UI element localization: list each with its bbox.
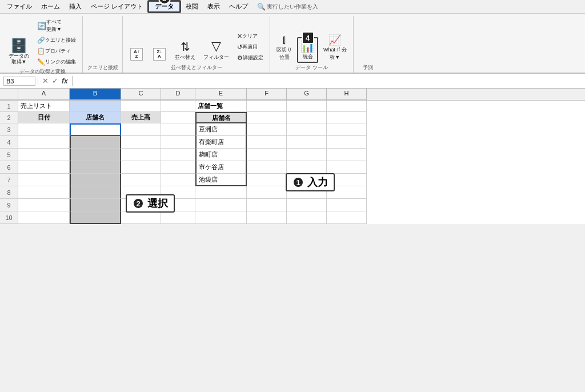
cell-e1[interactable]: 店舗一覧 bbox=[195, 101, 247, 112]
cell-e4[interactable]: 有楽町店 bbox=[195, 136, 247, 149]
cell-d2[interactable] bbox=[161, 112, 195, 123]
col-header-f[interactable]: F bbox=[247, 89, 287, 100]
cell-f4[interactable] bbox=[247, 136, 287, 149]
cell-c6[interactable] bbox=[121, 161, 161, 174]
cell-f7[interactable] bbox=[247, 174, 287, 186]
cell-b1[interactable] bbox=[70, 101, 121, 112]
cell-g9[interactable] bbox=[287, 199, 327, 211]
get-data-btn[interactable]: 🗄️ データの取得▼ bbox=[6, 36, 32, 67]
col-header-b[interactable]: B bbox=[70, 89, 121, 100]
cell-b5[interactable] bbox=[70, 149, 121, 161]
cell-a2[interactable]: 日付 bbox=[18, 112, 70, 123]
cell-f3[interactable] bbox=[247, 123, 287, 136]
cell-h1[interactable] bbox=[327, 101, 367, 112]
cell-d3[interactable] bbox=[161, 123, 195, 136]
cell-c5[interactable] bbox=[121, 149, 161, 161]
cell-f2[interactable] bbox=[247, 112, 287, 123]
cell-c1[interactable] bbox=[121, 101, 161, 112]
cell-c10[interactable] bbox=[121, 211, 161, 224]
whatif-btn[interactable]: 📈 What-If 分析▼ bbox=[320, 32, 350, 63]
col-header-a[interactable]: A bbox=[18, 89, 70, 100]
cancel-formula-icon[interactable]: ✕ bbox=[42, 77, 49, 85]
cell-e10[interactable] bbox=[195, 211, 247, 224]
menu-file[interactable]: ファイル bbox=[2, 1, 37, 12]
cell-f9[interactable] bbox=[247, 199, 287, 211]
cell-h4[interactable] bbox=[327, 136, 367, 149]
formula-input[interactable] bbox=[75, 77, 582, 85]
cell-c4[interactable] bbox=[121, 136, 161, 149]
cell-d1[interactable] bbox=[161, 101, 195, 112]
cell-g4[interactable] bbox=[287, 136, 327, 149]
cell-e8[interactable] bbox=[195, 186, 247, 199]
cell-f1[interactable] bbox=[247, 101, 287, 112]
cell-b3[interactable] bbox=[70, 123, 121, 136]
cell-d7[interactable] bbox=[161, 174, 195, 186]
cell-e7[interactable]: 池袋店 bbox=[195, 174, 247, 186]
cell-c7[interactable] bbox=[121, 174, 161, 186]
cell-b2[interactable]: 店舗名 bbox=[70, 112, 121, 123]
cell-d10[interactable] bbox=[161, 211, 195, 224]
cell-a8[interactable] bbox=[18, 186, 70, 199]
cell-f5[interactable] bbox=[247, 149, 287, 161]
cell-b9[interactable] bbox=[70, 199, 121, 211]
refresh-all-btn[interactable]: 🔄すべて更新▼ bbox=[34, 17, 79, 34]
cell-a6[interactable] bbox=[18, 161, 70, 174]
clear-btn[interactable]: ✕クリア bbox=[234, 31, 266, 41]
search-input-label[interactable]: 実行したい作業を入 bbox=[267, 3, 318, 11]
cell-e6[interactable]: 市ケ谷店 bbox=[195, 161, 247, 174]
cell-h3[interactable] bbox=[327, 123, 367, 136]
cell-a9[interactable] bbox=[18, 199, 70, 211]
cell-a7[interactable] bbox=[18, 174, 70, 186]
cell-g5[interactable] bbox=[287, 149, 327, 161]
cell-e9[interactable] bbox=[195, 199, 247, 211]
col-header-g[interactable]: G bbox=[287, 89, 327, 100]
cell-e2[interactable]: 店舗名 bbox=[195, 112, 247, 123]
cell-b4[interactable] bbox=[70, 136, 121, 149]
cell-h5[interactable] bbox=[327, 149, 367, 161]
cell-b6[interactable] bbox=[70, 161, 121, 174]
menu-page-layout[interactable]: ページ レイアウト bbox=[86, 1, 147, 12]
cell-c3[interactable] bbox=[121, 123, 161, 136]
cell-f8[interactable] bbox=[247, 186, 287, 199]
menu-review[interactable]: 校閲 bbox=[181, 1, 203, 12]
cell-b7[interactable] bbox=[70, 174, 121, 186]
cell-reference-input[interactable] bbox=[3, 77, 35, 86]
cell-e3[interactable]: 豆洲店 bbox=[195, 123, 247, 136]
reapply-btn[interactable]: ↺再適用 bbox=[234, 42, 266, 52]
cell-a10[interactable] bbox=[18, 211, 70, 224]
cell-g1[interactable] bbox=[287, 101, 327, 112]
cell-h9[interactable] bbox=[327, 199, 367, 211]
menu-data[interactable]: 3 データ bbox=[147, 0, 181, 13]
col-header-h[interactable]: H bbox=[327, 89, 367, 100]
properties-btn[interactable]: 📋プロパティ bbox=[34, 46, 79, 56]
cell-d5[interactable] bbox=[161, 149, 195, 161]
sort-za-btn[interactable]: Z↓A bbox=[149, 46, 170, 63]
cell-c2[interactable]: 売上高 bbox=[121, 112, 161, 123]
query-connect-btn[interactable]: 🔗クエリと接続 bbox=[34, 35, 79, 45]
cell-a3[interactable] bbox=[18, 123, 70, 136]
sort-az-btn[interactable]: A↑Z bbox=[126, 46, 147, 63]
cell-g10[interactable] bbox=[287, 211, 327, 224]
cell-f6[interactable] bbox=[247, 161, 287, 174]
filter-btn[interactable]: ▽ フィルター bbox=[201, 37, 232, 63]
cell-g6[interactable] bbox=[287, 161, 327, 174]
cell-h6[interactable] bbox=[327, 161, 367, 174]
cell-g2[interactable] bbox=[287, 112, 327, 123]
menu-insert[interactable]: 挿入 bbox=[65, 1, 86, 12]
menu-help[interactable]: ヘルプ bbox=[225, 1, 253, 12]
edit-links-btn[interactable]: ✏️リンクの編集 bbox=[34, 57, 79, 67]
cell-d6[interactable] bbox=[161, 161, 195, 174]
cell-b8[interactable] bbox=[70, 186, 121, 199]
menu-view[interactable]: 表示 bbox=[203, 1, 225, 12]
advanced-btn[interactable]: ⚙詳細設定 bbox=[234, 53, 266, 63]
col-header-e[interactable]: E bbox=[195, 89, 247, 100]
col-header-d[interactable]: D bbox=[161, 89, 195, 100]
insert-function-icon[interactable]: fx bbox=[62, 77, 68, 85]
cell-a5[interactable] bbox=[18, 149, 70, 161]
cell-e5[interactable]: 麹町店 bbox=[195, 149, 247, 161]
cell-b10[interactable] bbox=[70, 211, 121, 224]
cell-f10[interactable] bbox=[247, 211, 287, 224]
split-col-btn[interactable]: ⫿ 区切り位置 bbox=[274, 31, 295, 63]
cell-g3[interactable] bbox=[287, 123, 327, 136]
cell-h10[interactable] bbox=[327, 211, 367, 224]
